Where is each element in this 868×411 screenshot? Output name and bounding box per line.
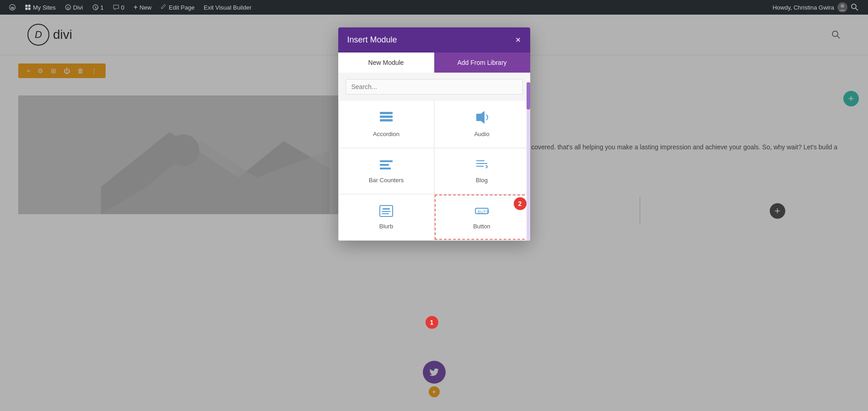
my-sites-label: My Sites [33,4,56,11]
modal-scrollbar-thumb [527,82,530,110]
svg-point-11 [841,4,844,8]
svg-rect-2 [25,5,27,7]
divi-btn[interactable]: D Divi [60,0,88,15]
edit-page-label: Edit Page [169,4,194,11]
svg-text:W: W [11,6,15,10]
modal-header: Insert Module × [338,27,530,53]
svg-point-12 [852,4,856,9]
audio-icon [474,111,489,127]
module-bar-counters[interactable]: Bar Counters [339,148,434,194]
svg-rect-20 [380,112,393,114]
wp-logo-btn[interactable]: W [5,0,20,15]
svg-rect-29 [382,211,391,212]
modal-close-btn[interactable]: × [516,35,521,45]
modal-title: Insert Module [347,35,397,45]
module-accordion[interactable]: Accordion [339,101,434,148]
comments-btn[interactable]: 0 [108,0,129,15]
badge-1-container: 1 [426,316,438,329]
badge-1: 1 [426,316,438,329]
svg-rect-25 [380,164,389,166]
admin-bar: W My Sites D Divi ↻ 1 0 + New Edit Page … [0,0,868,15]
modal-overlay[interactable]: Insert Module × New Module Add From Libr… [0,0,868,411]
module-blog[interactable]: Blog [435,148,529,194]
button-label: Button [473,223,490,230]
svg-rect-21 [380,116,393,118]
new-btn[interactable]: + New [129,0,156,15]
svg-line-13 [856,8,858,11]
module-audio[interactable]: Audio [435,101,529,148]
module-grid: Accordion Audio Bar Counters [338,101,530,241]
svg-rect-3 [28,5,31,7]
svg-rect-4 [25,8,27,10]
avatar-icon [837,2,848,13]
svg-text:BUTTON: BUTTON [478,210,489,214]
edit-page-btn[interactable]: Edit Page [156,0,199,15]
module-search-input[interactable] [346,79,523,95]
blurb-icon [379,205,394,219]
my-sites-btn[interactable]: My Sites [20,0,60,15]
divi-label: Divi [73,4,83,11]
svg-text:D: D [67,6,69,10]
bar-counters-icon [379,158,394,173]
modal-tabs: New Module Add From Library [338,53,530,73]
blurb-label: Blurb [379,223,393,230]
howdy-label: Howdy, Christina Gwira [772,4,834,11]
button-icon: BUTTON [474,205,489,219]
insert-module-modal: Insert Module × New Module Add From Libr… [338,27,530,241]
blog-icon [474,158,489,173]
svg-text:↻: ↻ [94,6,97,10]
comments-count: 0 [121,4,124,11]
badge-2: 2 [514,197,527,210]
svg-marker-23 [476,111,485,124]
svg-rect-28 [383,208,390,210]
new-label: New [139,4,151,11]
exit-vb-btn[interactable]: Exit Visual Builder [199,0,256,15]
search-icon[interactable] [851,3,859,11]
svg-rect-24 [380,160,393,162]
blog-label: Blog [476,177,488,184]
svg-rect-30 [382,213,389,214]
accordion-label: Accordion [373,131,399,137]
module-blurb[interactable]: Blurb [339,195,434,240]
tab-new-module[interactable]: New Module [338,53,434,73]
module-button[interactable]: BUTTON Button 2 [435,195,529,240]
audio-label: Audio [474,131,489,137]
exit-vb-label: Exit Visual Builder [204,4,252,11]
tab-add-from-library[interactable]: Add From Library [434,53,530,73]
bar-counters-label: Bar Counters [369,177,404,184]
modal-scrollbar[interactable] [527,82,530,241]
admin-user-area: Howdy, Christina Gwira [772,2,863,13]
svg-rect-5 [28,8,31,10]
svg-rect-26 [380,168,391,169]
updates-count: 1 [101,4,104,11]
updates-btn[interactable]: ↻ 1 [88,0,108,15]
accordion-icon [379,111,394,127]
modal-search-area [338,73,530,101]
svg-rect-22 [380,119,393,121]
